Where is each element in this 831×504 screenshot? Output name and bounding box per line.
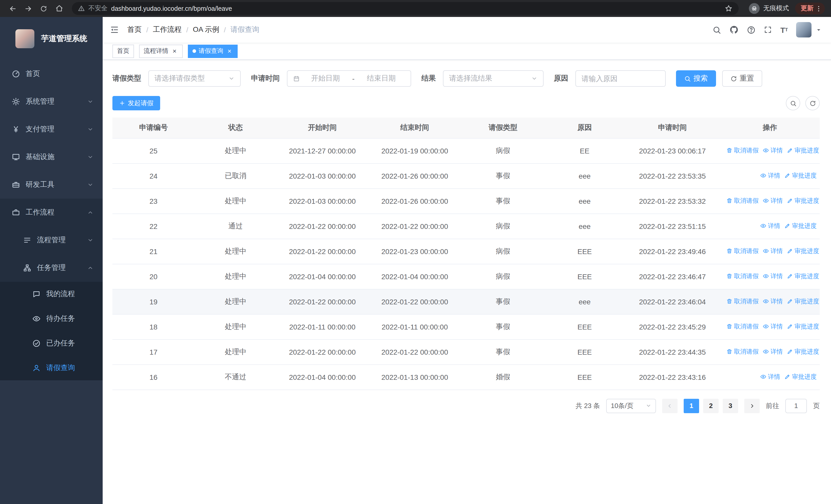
- approval-progress-link[interactable]: 审批进度: [787, 297, 819, 306]
- cell-apply-time: 2022-01-22 23:43:16: [625, 364, 720, 390]
- cancel-leave-link[interactable]: 取消请假: [726, 297, 758, 306]
- goto-page-input[interactable]: [785, 398, 807, 413]
- page-button-3[interactable]: 3: [723, 398, 738, 413]
- sidebar-item-home[interactable]: 首页: [0, 60, 103, 88]
- sidebar-item-task-management[interactable]: 任务管理: [0, 254, 103, 282]
- sidebar-item-done-tasks[interactable]: 已办任务: [0, 331, 103, 356]
- sidebar-item-payment-management[interactable]: 支付管理: [0, 116, 103, 143]
- detail-link[interactable]: 详情: [763, 197, 783, 205]
- column-header: 原因: [545, 118, 625, 138]
- detail-link[interactable]: 详情: [763, 322, 783, 331]
- sidebar-toggle-icon[interactable]: [110, 25, 119, 34]
- avatar[interactable]: [796, 22, 811, 37]
- cancel-leave-link[interactable]: 取消请假: [726, 322, 758, 331]
- sidebar-item-dev-tools[interactable]: 研发工具: [0, 171, 103, 199]
- caret-down-icon[interactable]: [815, 27, 822, 33]
- cancel-leave-link[interactable]: 取消请假: [726, 247, 758, 256]
- sidebar-item-leave-query[interactable]: 请假查询: [0, 356, 103, 380]
- dashboard-icon: [11, 70, 20, 78]
- cancel-leave-link[interactable]: 取消请假: [726, 348, 758, 356]
- search-icon[interactable]: [713, 25, 721, 34]
- tab-leave-query[interactable]: 请假查询×: [188, 45, 238, 58]
- approval-progress-link[interactable]: 审批进度: [784, 171, 816, 180]
- sidebar-item-my-process[interactable]: 我的流程: [0, 282, 103, 306]
- detail-link[interactable]: 详情: [760, 222, 780, 231]
- cell-end-time: 2022-01-22 00:00:00: [368, 289, 461, 314]
- menu-label: 基础设施: [26, 152, 54, 162]
- detail-link[interactable]: 详情: [763, 272, 783, 281]
- app-logo[interactable]: 芋道管理系统: [0, 17, 103, 60]
- help-icon[interactable]: [747, 25, 756, 34]
- forward-button[interactable]: [22, 2, 35, 15]
- navbar-actions: TT: [713, 22, 822, 37]
- toggle-search-button[interactable]: [786, 96, 800, 110]
- approval-progress-link[interactable]: 审批进度: [787, 348, 819, 356]
- prev-page-button[interactable]: [662, 398, 678, 413]
- detail-link[interactable]: 详情: [763, 348, 783, 356]
- page-size-select[interactable]: 10条/页: [606, 398, 656, 413]
- reason-input[interactable]: [575, 70, 666, 87]
- cancel-leave-link[interactable]: 取消请假: [726, 146, 758, 155]
- detail-link[interactable]: 详情: [760, 373, 780, 381]
- approval-progress-link[interactable]: 审批进度: [784, 222, 816, 231]
- approval-progress-link[interactable]: 审批进度: [784, 373, 816, 381]
- eye-icon: [760, 374, 766, 380]
- sidebar-item-process-management[interactable]: 流程管理: [0, 226, 103, 254]
- table-row: 16不通过2022-01-04 00:00:002022-01-13 00:00…: [112, 364, 820, 390]
- reload-button[interactable]: [37, 2, 50, 15]
- apply-time-range-picker[interactable]: 开始日期 - 结束日期: [287, 70, 411, 87]
- cell-end-time: 2022-01-22 00:00:00: [368, 213, 461, 239]
- close-icon[interactable]: ×: [226, 48, 233, 55]
- back-button[interactable]: [6, 2, 20, 15]
- approval-progress-link[interactable]: 审批进度: [787, 322, 819, 331]
- detail-link[interactable]: 详情: [763, 247, 783, 256]
- address-bar[interactable]: 不安全 dashboard.yudao.iocoder.cn/bpm/oa/le…: [72, 2, 739, 15]
- cell-no: 24: [112, 163, 195, 188]
- leave-table: 申请编号状态开始时间结束时间请假类型原因申请时间操作 25处理中2021-12-…: [112, 118, 820, 390]
- detail-link[interactable]: 详情: [763, 146, 783, 155]
- eye-icon: [763, 273, 769, 279]
- filter-bar: 请假类型 请选择请假类型 申请时间 开始日期 - 结束日期: [112, 70, 820, 87]
- cell-start-time: 2022-01-11 00:00:00: [277, 314, 368, 339]
- menu-dots-icon[interactable]: [815, 5, 822, 12]
- cancel-leave-link[interactable]: 取消请假: [726, 272, 758, 281]
- fullscreen-icon[interactable]: [764, 26, 772, 34]
- breadcrumb-item[interactable]: 首页: [127, 25, 142, 34]
- browser-home-button[interactable]: [52, 2, 66, 15]
- approval-progress-link[interactable]: 审批进度: [787, 272, 819, 281]
- browser-update-button[interactable]: 更新: [795, 3, 825, 14]
- create-leave-button[interactable]: 发起请假: [112, 96, 160, 110]
- sidebar-item-system-management[interactable]: 系统管理: [0, 88, 103, 116]
- cell-apply-time: 2022-01-23 00:06:17: [625, 138, 720, 163]
- refresh-table-button[interactable]: [805, 96, 820, 110]
- sidebar-item-todo-tasks[interactable]: 待办任务: [0, 306, 103, 331]
- breadcrumb-item[interactable]: OA 示例: [193, 25, 220, 34]
- page-button-2[interactable]: 2: [703, 398, 719, 413]
- update-label: 更新: [801, 4, 813, 13]
- chevron-down-icon: [87, 182, 93, 188]
- approval-progress-link[interactable]: 审批进度: [787, 146, 819, 155]
- leave-type-select[interactable]: 请选择请假类型: [148, 70, 241, 87]
- font-size-icon[interactable]: TT: [780, 26, 788, 34]
- url-text: dashboard.yudao.iocoder.cn/bpm/oa/leave: [111, 5, 721, 12]
- cancel-leave-link[interactable]: 取消请假: [726, 197, 758, 205]
- search-button[interactable]: 搜索: [676, 70, 716, 87]
- detail-link[interactable]: 详情: [763, 297, 783, 306]
- tab-home[interactable]: 首页: [112, 45, 134, 58]
- sidebar-item-infrastructure[interactable]: 基础设施: [0, 143, 103, 171]
- approval-progress-link[interactable]: 审批进度: [787, 247, 819, 256]
- cell-no: 20: [112, 264, 195, 289]
- tab-process-detail[interactable]: 流程详情×: [139, 45, 183, 58]
- approval-progress-link[interactable]: 审批进度: [787, 197, 819, 205]
- detail-link[interactable]: 详情: [760, 171, 780, 180]
- close-icon[interactable]: ×: [171, 48, 178, 55]
- menu-label: 工作流程: [26, 208, 54, 217]
- bookmark-star-icon[interactable]: [725, 5, 733, 12]
- reset-button[interactable]: 重置: [722, 70, 762, 87]
- page-button-1[interactable]: 1: [684, 398, 699, 413]
- breadcrumb-item[interactable]: 工作流程: [153, 25, 182, 34]
- next-page-button[interactable]: [744, 398, 760, 413]
- github-icon[interactable]: [729, 25, 739, 34]
- result-select[interactable]: 请选择流结果: [443, 70, 544, 87]
- sidebar-item-workflow[interactable]: 工作流程: [0, 199, 103, 226]
